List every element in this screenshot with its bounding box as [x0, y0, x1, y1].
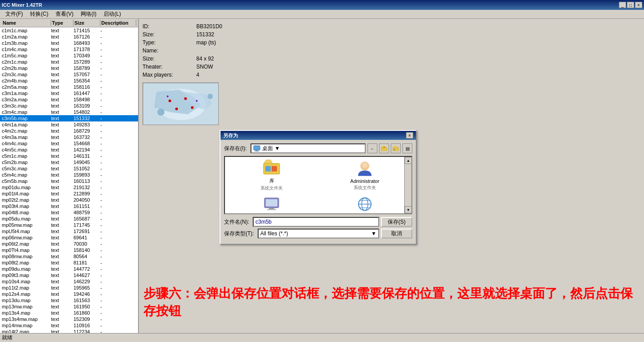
- icon-library-label: 库: [269, 177, 274, 184]
- icon-administrator[interactable]: Administrator 系统文件夹: [318, 157, 411, 193]
- dialog-scrollbar[interactable]: ▲ ▼: [404, 157, 411, 213]
- filename-input[interactable]: [253, 217, 379, 227]
- svg-point-11: [167, 95, 169, 97]
- close-button[interactable]: ×: [635, 2, 642, 8]
- table-row[interactable]: c3m3c.maptext163109-: [0, 103, 138, 109]
- table-row[interactable]: c3m1a.maptext161447-: [0, 90, 138, 96]
- table-row[interactable]: mp01t4.maptext212899-: [0, 190, 138, 197]
- dialog-icons-area: 库 系统文件夹 Administrator 系统文件夹: [224, 156, 412, 214]
- table-row[interactable]: c4m4c.maptext154668-: [0, 140, 138, 147]
- new-folder-button[interactable]: +: [391, 143, 401, 153]
- view-button[interactable]: ▤: [402, 143, 412, 153]
- svg-marker-24: [264, 160, 272, 164]
- table-row[interactable]: mp13mw.maptext161950-: [0, 303, 138, 310]
- svg-text:+: +: [393, 148, 395, 151]
- dialog-location-bar: 保存在(I): 桌面 ▼ ←: [224, 143, 412, 153]
- table-row[interactable]: mp0Tt4.maptext158140-: [0, 247, 138, 253]
- minimize-button[interactable]: _: [619, 2, 626, 8]
- size-label: Size:: [143, 30, 196, 39]
- table-row[interactable]: c4m3a.maptext163732-: [0, 134, 138, 140]
- location-combo[interactable]: 桌面 ▼: [251, 143, 366, 153]
- col-name: Name: [2, 20, 51, 26]
- dropdown-arrow-icon: ▼: [275, 145, 280, 152]
- menu-convert[interactable]: 转换(C): [26, 9, 52, 19]
- save-button[interactable]: 保存(S): [381, 217, 412, 227]
- table-row[interactable]: mp14mw.maptext110916-: [0, 322, 138, 329]
- menu-start[interactable]: 启动(L): [100, 9, 125, 19]
- table-row[interactable]: c3m4c.maptext154802-: [0, 109, 138, 115]
- table-row[interactable]: c5m4c.maptext159893-: [0, 172, 138, 178]
- scroll-down-button[interactable]: ▼: [405, 206, 412, 213]
- table-row[interactable]: mp13s4mw.maptext152309-: [0, 316, 138, 322]
- table-row[interactable]: c2m2b.maptext158789-: [0, 65, 138, 71]
- up-folder-button[interactable]: [379, 143, 389, 153]
- icon-library[interactable]: 库 系统文件夹: [225, 157, 318, 193]
- table-row[interactable]: mp01du.maptext219132-: [0, 184, 138, 190]
- table-row[interactable]: c4m1a.maptext149283-: [0, 121, 138, 128]
- table-row[interactable]: mp12s4.maptext194246-: [0, 291, 138, 297]
- table-row[interactable]: c5m3c.maptext151052-: [0, 165, 138, 172]
- table-row[interactable]: c1m2a.maptext167126-: [0, 34, 138, 40]
- table-row[interactable]: c1m1c.maptext171415-: [0, 27, 138, 34]
- filename-label: 文件名(N):: [224, 218, 249, 226]
- table-row[interactable]: c1m5c.maptext170349-: [0, 52, 138, 59]
- menu-file[interactable]: 文件(F): [2, 9, 26, 19]
- table-row[interactable]: mp14t2.maptext112234-: [0, 329, 138, 333]
- icon-computer[interactable]: 计算机 系统文件夹: [225, 193, 318, 214]
- table-row[interactable]: mp10s4.maptext146229-: [0, 278, 138, 285]
- table-row[interactable]: c4m5c.maptext142194-: [0, 147, 138, 153]
- up-folder-icon: [381, 146, 387, 151]
- theater-label: Theater:: [143, 63, 196, 71]
- location-value: 桌面: [262, 145, 273, 152]
- table-row[interactable]: mp13du.maptext161563-: [0, 297, 138, 303]
- size2-label: Size:: [143, 55, 196, 63]
- table-row[interactable]: c2m1c.maptext157289-: [0, 59, 138, 65]
- table-row[interactable]: c1m3b.maptext168493-: [0, 40, 138, 46]
- table-row[interactable]: mp04t8.maptext488759-: [0, 209, 138, 216]
- size2-value: 84 x 92: [196, 55, 214, 63]
- table-row[interactable]: mp06t2.maptext70030-: [0, 241, 138, 247]
- maximize-button[interactable]: □: [627, 2, 634, 8]
- table-row[interactable]: mp08t2.maptext81181-: [0, 260, 138, 266]
- table-row[interactable]: mp09du.maptext144772-: [0, 266, 138, 272]
- table-row[interactable]: mp05du.maptext165687-: [0, 216, 138, 222]
- table-row[interactable]: c5m5b.maptext160113-: [0, 178, 138, 184]
- back-button[interactable]: ←: [367, 143, 377, 153]
- table-row[interactable]: c4m2c.maptext168729-: [0, 128, 138, 134]
- table-row[interactable]: mp08mw.maptext80564-: [0, 253, 138, 260]
- table-row[interactable]: c5m2b.maptext149045-: [0, 159, 138, 165]
- svg-point-6: [207, 94, 213, 99]
- filetype-combo[interactable]: All files (*.*) ▼: [258, 229, 379, 238]
- location-label: 保存在(I):: [224, 145, 247, 152]
- table-row[interactable]: mp11t2.maptext195965-: [0, 285, 138, 291]
- name-label: Name:: [143, 47, 196, 55]
- dialog-close-button[interactable]: ×: [406, 132, 413, 139]
- svg-rect-30: [266, 199, 277, 207]
- col-type: Type: [51, 20, 73, 26]
- cancel-button[interactable]: 取消: [381, 229, 412, 238]
- table-row[interactable]: c2m3c.maptext157057-: [0, 71, 138, 78]
- table-row[interactable]: mp09t3.maptext144627-: [0, 272, 138, 278]
- file-list-body[interactable]: c1m1c.maptext171415-c1m2a.maptext167126-…: [0, 27, 138, 333]
- table-row[interactable]: mp06mw.maptext69641-: [0, 234, 138, 241]
- table-row[interactable]: mpU5t4.maptext172691-: [0, 228, 138, 234]
- table-row[interactable]: mp03t4.maptext161151-: [0, 203, 138, 209]
- table-row[interactable]: c5m1c.maptext146131-: [0, 153, 138, 159]
- table-row[interactable]: c3m2a.maptext158498-: [0, 96, 138, 103]
- svg-rect-25: [265, 166, 271, 172]
- title-bar: ICC Mixer 1.42TR _ □ ×: [0, 0, 644, 10]
- info-panel: ID: BB3201D0 Size: 151332 Type: map (ts)…: [143, 22, 640, 79]
- table-row[interactable]: mp02t2.maptext204050-: [0, 197, 138, 203]
- table-row[interactable]: c2m5a.maptext158116-: [0, 84, 138, 90]
- table-row[interactable]: mp05mw.maptext171745-: [0, 222, 138, 228]
- scroll-up-button[interactable]: ▲: [405, 157, 412, 164]
- menu-network[interactable]: 网络(I): [77, 9, 100, 19]
- icon-network[interactable]: 网络 系统文件夹: [318, 193, 411, 214]
- menu-view[interactable]: 查看(V): [52, 9, 77, 19]
- table-row[interactable]: c2m4b.maptext156354-: [0, 78, 138, 84]
- table-row[interactable]: c3m5b.maptext151332-: [0, 115, 138, 121]
- table-row[interactable]: mp13s4.maptext161860-: [0, 310, 138, 316]
- table-row[interactable]: c1m4c.maptext171378-: [0, 46, 138, 52]
- svg-point-9: [191, 106, 194, 109]
- svg-rect-31: [269, 208, 274, 209]
